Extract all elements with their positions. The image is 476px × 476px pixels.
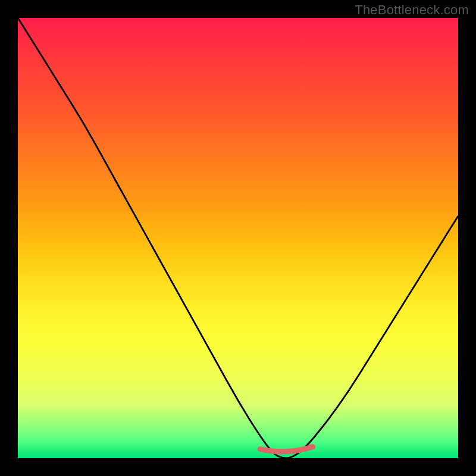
chart-svg xyxy=(18,18,458,458)
bottleneck-curve xyxy=(18,18,458,458)
chart-frame: TheBottleneck.com xyxy=(0,0,476,476)
watermark-text: TheBottleneck.com xyxy=(355,2,469,18)
